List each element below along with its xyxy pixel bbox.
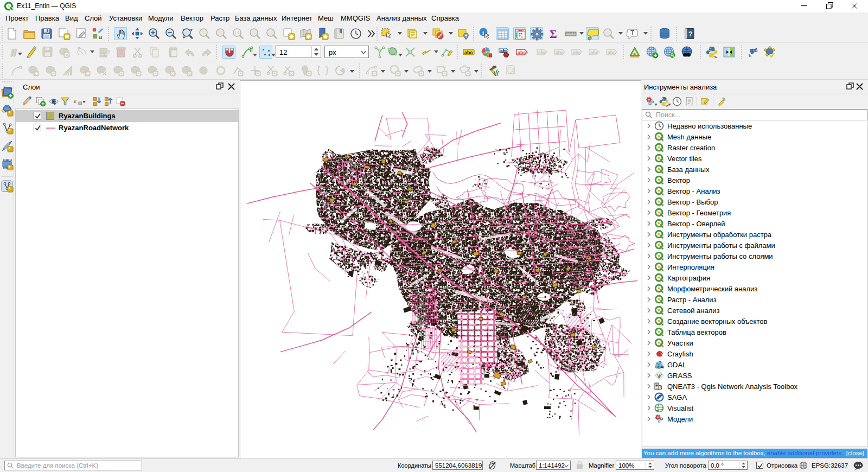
svg-text:abc: abc [518,50,526,55]
svg-text:*: * [8,111,10,117]
svg-text:*: * [8,187,10,193]
svg-text:abc: abc [590,50,598,55]
svg-text:a: a [99,34,103,40]
svg-text:1:1: 1:1 [234,31,240,35]
svg-text:i: i [482,29,484,36]
svg-text:T: T [630,29,635,37]
svg-text:abc: abc [464,50,473,55]
svg-text:abc: abc [573,50,581,55]
svg-text:ε: ε [74,97,77,105]
svg-text:Σ: Σ [550,28,557,40]
svg-text:GDAL: GDAL [655,365,664,369]
svg-text:abc: abc [538,50,546,55]
svg-text:?: ? [688,30,692,38]
svg-text:3: 3 [659,383,662,391]
svg-text:*: * [8,146,10,152]
svg-text:*: * [8,129,10,135]
svg-text:*: * [8,165,10,170]
svg-text:abc: abc [556,50,564,55]
svg-text:abc: abc [608,50,616,55]
